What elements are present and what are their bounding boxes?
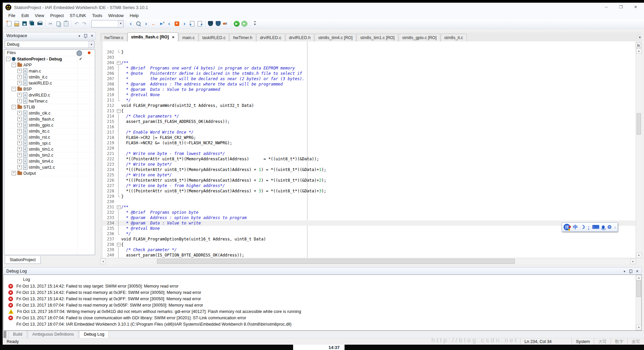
new-document-button[interactable] — [6, 20, 13, 27]
close-button[interactable] — [631, 4, 641, 10]
tab-stm8s-gpio-c-ro[interactable]: stm8s_gpio.c [RO] — [399, 34, 440, 41]
menu-edit[interactable]: Edit — [18, 13, 32, 18]
scroll-down-icon[interactable] — [636, 325, 642, 330]
debug-log-scrollbar[interactable] — [636, 275, 641, 330]
expand-icon[interactable]: + — [17, 123, 22, 127]
expand-icon[interactable]: + — [17, 147, 22, 151]
tree-item-stm8s-tim4-c[interactable]: +cstm8s_tim4.c — [4, 158, 95, 164]
toolbar-options-button[interactable] — [251, 20, 258, 27]
pin-icon[interactable] — [629, 270, 632, 273]
fold-collapse-icon[interactable] — [116, 242, 121, 247]
debug-log-close-icon[interactable] — [635, 269, 639, 274]
tab-stm8s-tim1-c-ro[interactable]: stm8s_tim1.c [RO] — [357, 34, 398, 41]
vertical-scrollbar[interactable] — [636, 41, 642, 258]
tree-item-stm8s-clk-c[interactable]: +cstm8s_clk.c — [4, 110, 95, 116]
undo-button[interactable] — [73, 20, 80, 27]
bottom-tab-ambiguous-definitions[interactable]: Ambiguous Definitions — [28, 331, 78, 338]
redo-button[interactable] — [81, 20, 88, 27]
tree-item-stm8s-uart1-c[interactable]: +cstm8s_uart1.c — [4, 164, 95, 170]
expand-icon[interactable]: + — [17, 129, 22, 133]
maximize-button[interactable] — [616, 4, 626, 10]
download-active-button[interactable] — [215, 20, 222, 27]
workspace-close-icon[interactable] — [90, 34, 94, 38]
expand-icon[interactable]: + — [17, 117, 22, 121]
tab-drvirled-h[interactable]: drvIRLED.h — [285, 34, 314, 41]
open-file-button[interactable] — [13, 20, 20, 27]
horizontal-scroll-thumb[interactable] — [157, 259, 515, 264]
tree-item-stationproject-debug[interactable]: −StationProject - Debug✓ — [4, 56, 95, 62]
fullwidth-moon-icon[interactable]: ☽ — [581, 224, 585, 230]
menu-st-link[interactable]: ST-LINK — [67, 13, 89, 18]
vertical-scroll-thumb[interactable] — [637, 113, 641, 135]
tab-hwtimer-c[interactable]: hwTimer.c — [101, 34, 127, 41]
tree-item-stm8s-flash-c[interactable]: +cstm8s_flash.c — [4, 116, 95, 122]
tree-item-stlib[interactable]: −STLIB — [4, 104, 95, 110]
tree-item-stm8s-itc-c[interactable]: +cstm8s_itc.c — [4, 128, 95, 134]
menu-help[interactable]: Help — [127, 13, 142, 18]
tree-item-main-c[interactable]: +cmain.c — [4, 68, 95, 74]
collapse-icon[interactable]: − — [6, 57, 10, 61]
scroll-right-icon[interactable] — [630, 258, 636, 264]
pin-icon[interactable] — [84, 34, 87, 37]
expand-icon[interactable]: + — [17, 135, 22, 139]
expand-icon[interactable]: + — [17, 159, 22, 163]
fold-collapse-icon[interactable] — [116, 60, 121, 65]
debug-log-scroll-thumb[interactable] — [636, 280, 641, 297]
next-bookmark-button[interactable] — [181, 20, 188, 27]
tab-stm8s-flash-c-ro[interactable]: stm8s_flash.c [RO] — [128, 32, 179, 41]
menu-file[interactable]: File — [5, 13, 18, 18]
expand-icon[interactable]: + — [17, 111, 22, 115]
sogou-logo-icon[interactable]: 搜 — [564, 224, 570, 230]
expand-icon[interactable]: + — [17, 153, 22, 157]
menu-project[interactable]: Project — [47, 13, 66, 18]
expand-icon[interactable]: + — [17, 81, 22, 85]
fold-collapse-icon[interactable] — [116, 108, 121, 114]
tab-hwtimer-h[interactable]: hwTimer.h — [229, 34, 256, 41]
find-button[interactable] — [135, 20, 142, 27]
menu-window[interactable]: Window — [105, 13, 127, 18]
navigate-forward-button[interactable] — [196, 20, 203, 27]
copy-button[interactable] — [55, 20, 62, 27]
cut-button[interactable] — [47, 20, 54, 27]
debug-log-menu-icon[interactable] — [622, 270, 627, 273]
breakpoint-margin[interactable] — [100, 41, 103, 258]
find-previous-button[interactable] — [127, 20, 134, 27]
minimize-button[interactable] — [601, 4, 611, 10]
menu-view[interactable]: View — [32, 13, 47, 18]
fx-button[interactable]: fx — [636, 42, 641, 48]
previous-bookmark-button[interactable] — [166, 20, 173, 27]
tree-item-hwtimer-c[interactable]: +chwTimer.c — [4, 98, 95, 104]
soft-keyboard-icon[interactable]: ⌨ — [592, 224, 599, 230]
gear-icon[interactable] — [76, 50, 82, 56]
chevron-down-icon[interactable]: ▾ — [118, 20, 123, 26]
save-button[interactable] — [21, 20, 28, 27]
close-tab-icon[interactable] — [172, 35, 175, 39]
code-editor[interactable]: 202}203204/**205 * @brief Programs one w… — [100, 41, 636, 258]
download-and-debug-button[interactable] — [233, 20, 240, 27]
tab-list-dropdown-icon[interactable] — [639, 35, 641, 39]
bottom-tab-debug-log[interactable]: Debug Log — [79, 331, 109, 338]
navigate-back-button[interactable] — [150, 20, 157, 27]
expand-icon[interactable]: + — [17, 75, 22, 79]
taskbar-box[interactable]: 14:37 — [293, 345, 345, 350]
print-button[interactable] — [36, 20, 43, 27]
download-button[interactable] — [207, 20, 214, 27]
tree-item-stm8s-gpio-c[interactable]: +cstm8s_gpio.c — [4, 122, 95, 128]
expand-icon[interactable]: + — [17, 165, 22, 169]
tree-item-stm8s-spi-c[interactable]: +cstm8s_spi.c — [4, 140, 95, 146]
save-all-button[interactable] — [29, 20, 36, 27]
expand-icon[interactable]: + — [12, 171, 16, 175]
tab-main-c[interactable]: main.c — [179, 34, 198, 41]
paste-button[interactable] — [62, 20, 69, 27]
toggle-bookmark-button[interactable] — [173, 20, 180, 27]
next-statement-button[interactable] — [158, 20, 165, 27]
scroll-down-icon[interactable] — [636, 252, 642, 258]
horizontal-scrollbar[interactable] — [100, 258, 636, 264]
tree-item-bsp[interactable]: −BSP — [4, 86, 95, 92]
scroll-left-icon[interactable] — [100, 258, 106, 264]
scroll-up-icon[interactable] — [636, 275, 642, 281]
navigate-backward-button[interactable] — [189, 20, 196, 27]
expand-icon[interactable]: + — [17, 99, 22, 103]
collapse-icon[interactable]: − — [12, 87, 16, 91]
tree-item-stm8s-it-c[interactable]: +cstm8s_it.c — [4, 74, 95, 80]
